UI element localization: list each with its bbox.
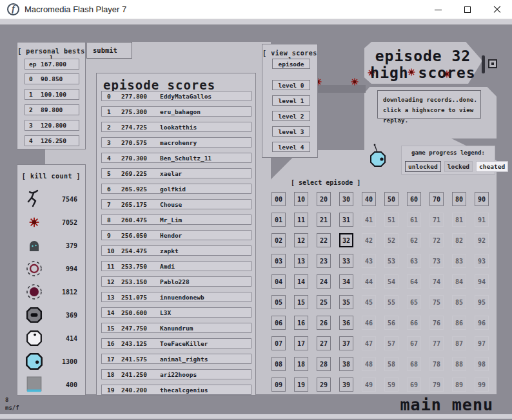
episode-cell[interactable]: 79 bbox=[429, 377, 444, 392]
episode-cell[interactable]: 18 bbox=[294, 357, 308, 371]
episode-cell[interactable]: 68 bbox=[407, 357, 421, 371]
episode-cell[interactable]: 45 bbox=[362, 295, 376, 309]
highscore-row[interactable]: 12 253.150 Pablo228 bbox=[101, 276, 251, 287]
episode-cell[interactable]: 02 bbox=[271, 233, 286, 247]
episode-cell[interactable]: 72 bbox=[429, 233, 444, 247]
episode-cell[interactable]: 58 bbox=[384, 357, 399, 371]
episode-cell[interactable]: 03 bbox=[271, 254, 286, 268]
episode-cell[interactable]: 98 bbox=[475, 357, 489, 371]
highscore-row[interactable]: 10 254.475 zapkt bbox=[101, 245, 251, 256]
highscore-row[interactable]: 4 270.300 Ben_Schultz_11 bbox=[101, 153, 251, 163]
episode-cell[interactable]: 54 bbox=[384, 274, 399, 289]
highscore-row[interactable]: 11 253.750 Amdi bbox=[101, 261, 251, 271]
maximize-button[interactable] bbox=[453, 0, 482, 19]
episode-cell[interactable]: 20 bbox=[317, 192, 331, 206]
episode-cell[interactable]: 27 bbox=[317, 336, 331, 350]
episode-cell[interactable]: 26 bbox=[317, 316, 331, 330]
episode-cell[interactable]: 49 bbox=[362, 377, 376, 392]
episode-cell[interactable]: 83 bbox=[452, 254, 466, 268]
episode-cell[interactable]: 89 bbox=[452, 377, 466, 392]
episode-cell[interactable]: 97 bbox=[475, 336, 489, 350]
episode-cell[interactable]: 60 bbox=[407, 192, 421, 206]
highscore-row[interactable]: 2 274.725 lookatthis bbox=[101, 122, 251, 132]
minimize-button[interactable] bbox=[423, 0, 453, 19]
episode-cell[interactable]: 71 bbox=[429, 213, 444, 227]
episode-cell[interactable]: 14 bbox=[294, 274, 308, 289]
episode-cell[interactable]: 77 bbox=[429, 336, 444, 350]
episode-cell[interactable]: 28 bbox=[317, 357, 331, 371]
episode-cell[interactable]: 43 bbox=[362, 254, 376, 268]
episode-cell[interactable]: 94 bbox=[475, 274, 489, 289]
episode-cell[interactable]: 10 bbox=[294, 192, 308, 206]
episode-cell[interactable]: 95 bbox=[475, 295, 489, 309]
episode-cell[interactable]: 50 bbox=[384, 192, 399, 206]
episode-cell[interactable]: 67 bbox=[407, 336, 421, 350]
episode-cell[interactable]: 53 bbox=[384, 254, 399, 268]
personal-best-row[interactable]: 2 89.800 bbox=[25, 104, 79, 115]
episode-cell[interactable]: 16 bbox=[294, 316, 308, 330]
view-scores-button[interactable]: level 1 bbox=[272, 95, 310, 106]
episode-cell[interactable]: 15 bbox=[294, 295, 308, 309]
episode-cell[interactable]: 40 bbox=[362, 192, 376, 206]
episode-cell[interactable]: 91 bbox=[475, 213, 489, 227]
episode-cell[interactable]: 64 bbox=[407, 274, 421, 289]
main-menu-button[interactable]: main menu bbox=[400, 396, 493, 414]
episode-cell[interactable]: 07 bbox=[271, 336, 286, 350]
submit-button[interactable]: submit bbox=[86, 42, 132, 59]
episode-cell[interactable]: 46 bbox=[362, 316, 376, 330]
episode-cell[interactable]: 92 bbox=[475, 233, 489, 247]
episode-cell[interactable]: 22 bbox=[317, 233, 331, 247]
highscore-row[interactable]: 6 265.925 golfkid bbox=[101, 184, 251, 194]
episode-cell[interactable]: 88 bbox=[452, 357, 466, 371]
personal-best-row[interactable]: 0 90.850 bbox=[25, 73, 79, 84]
episode-cell[interactable]: 29 bbox=[317, 377, 331, 392]
episode-cell[interactable]: 90 bbox=[475, 192, 489, 206]
personal-best-row[interactable]: 4 126.250 bbox=[25, 135, 79, 146]
highscore-row[interactable]: 8 260.475 Mr_Lim bbox=[101, 215, 251, 225]
episode-cell[interactable]: 86 bbox=[452, 316, 466, 330]
highscore-row[interactable]: 14 250.600 L3X bbox=[101, 307, 251, 318]
highscore-row[interactable]: 19 240.200 thecalcgenius bbox=[101, 385, 251, 395]
episode-cell[interactable]: 44 bbox=[362, 274, 376, 289]
episode-cell[interactable]: 66 bbox=[407, 316, 421, 330]
personal-best-row[interactable]: ep 167.800 bbox=[25, 59, 79, 70]
episode-cell[interactable]: 93 bbox=[475, 254, 489, 268]
episode-cell[interactable]: 56 bbox=[384, 316, 399, 330]
episode-cell[interactable]: 52 bbox=[384, 233, 399, 247]
episode-cell[interactable]: 61 bbox=[407, 213, 421, 227]
episode-cell[interactable]: 13 bbox=[294, 254, 308, 268]
episode-cell[interactable]: 24 bbox=[317, 274, 331, 289]
episode-cell[interactable]: 33 bbox=[339, 254, 353, 268]
episode-cell[interactable]: 42 bbox=[362, 233, 376, 247]
episode-cell[interactable]: 78 bbox=[429, 357, 444, 371]
episode-cell[interactable]: 81 bbox=[452, 213, 466, 227]
episode-cell[interactable]: 84 bbox=[452, 274, 466, 289]
episode-cell[interactable]: 11 bbox=[294, 213, 308, 227]
highscore-row[interactable]: 7 265.175 Chouse bbox=[101, 199, 251, 209]
episode-cell[interactable]: 01 bbox=[271, 213, 286, 227]
episode-cell[interactable]: 65 bbox=[407, 295, 421, 309]
episode-cell[interactable]: 05 bbox=[271, 295, 286, 309]
highscore-row[interactable]: 15 247.750 Kanundrum bbox=[101, 323, 251, 333]
episode-cell[interactable]: 00 bbox=[271, 192, 286, 206]
episode-cell[interactable]: 35 bbox=[339, 295, 353, 309]
view-scores-button[interactable]: level 0 bbox=[272, 80, 310, 90]
episode-cell[interactable]: 34 bbox=[339, 274, 353, 289]
view-scores-button[interactable]: episode bbox=[272, 59, 310, 69]
episode-cell[interactable]: 76 bbox=[429, 316, 444, 330]
highscore-row[interactable]: 18 241.250 ari22hoops bbox=[101, 369, 251, 379]
episode-cell[interactable]: 30 bbox=[339, 192, 353, 206]
episode-cell[interactable]: 69 bbox=[407, 377, 421, 392]
episode-cell[interactable]: 74 bbox=[429, 274, 444, 289]
episode-cell[interactable]: 85 bbox=[452, 295, 466, 309]
episode-cell[interactable]: 59 bbox=[384, 377, 399, 392]
episode-cell[interactable]: 39 bbox=[339, 377, 353, 392]
highscore-row[interactable]: 5 269.225 xaelar bbox=[101, 168, 251, 178]
highscore-row[interactable]: 17 241.575 animal_rights bbox=[101, 354, 251, 364]
episode-cell[interactable]: 12 bbox=[294, 233, 308, 247]
episode-cell[interactable]: 06 bbox=[271, 316, 286, 330]
episode-cell[interactable]: 82 bbox=[452, 233, 466, 247]
view-scores-button[interactable]: level 2 bbox=[272, 111, 310, 121]
episode-cell[interactable]: 41 bbox=[362, 213, 376, 227]
episode-cell[interactable]: 63 bbox=[407, 254, 421, 268]
